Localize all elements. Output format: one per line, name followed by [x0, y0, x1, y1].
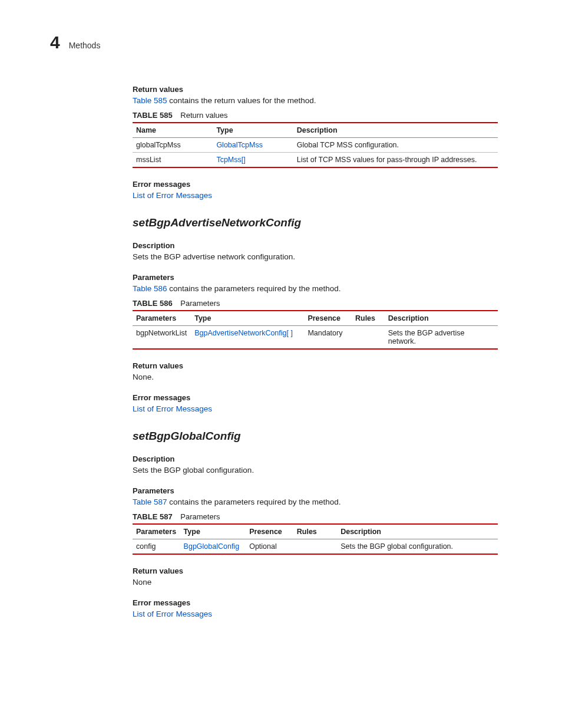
col-parameters: Parameters — [133, 524, 180, 539]
parameters-intro: Table 586 contains the parameters requir… — [133, 284, 498, 293]
table-row: bgpNetworkList BgpAdvertiseNetworkConfig… — [133, 326, 498, 350]
table-585-caption: TABLE 585 Return values — [133, 111, 498, 120]
col-description: Description — [337, 524, 498, 539]
table-587-link[interactable]: Table 587 — [133, 498, 167, 506]
table-row: mssList TcpMss[] List of TCP MSS values … — [133, 153, 498, 168]
parameters-intro-rest: contains the parameters required by the … — [167, 284, 341, 293]
table-585-title: Return values — [180, 111, 227, 120]
table-585-link[interactable]: Table 585 — [133, 96, 167, 105]
type-link[interactable]: BgpAdvertiseNetworkConfig[ ] — [194, 329, 293, 337]
return-values-heading: Return values — [133, 566, 498, 575]
return-values-text: None — [133, 578, 498, 587]
return-values-text: None. — [133, 373, 498, 381]
parameters-intro: Table 587 contains the parameters requir… — [133, 498, 498, 506]
table-586-label: TABLE 586 — [133, 299, 173, 308]
col-description: Description — [385, 311, 498, 326]
method-title-setbgpadvertise: setBgpAdvertiseNetworkConfig — [133, 216, 498, 229]
cell-desc: List of TCP MSS values for pass-through … — [293, 153, 498, 168]
type-link[interactable]: TcpMss[] — [216, 156, 245, 164]
col-parameters: Parameters — [133, 311, 191, 326]
table-585: Name Type Description globalTcpMss Globa… — [133, 122, 498, 168]
col-description: Description — [293, 123, 498, 138]
parameters-heading: Parameters — [133, 273, 498, 282]
description-text: Sets the BGP advertise network configura… — [133, 252, 498, 261]
table-587-label: TABLE 587 — [133, 512, 173, 521]
chapter-title: Methods — [69, 41, 101, 50]
chapter-number: 4 — [50, 32, 60, 52]
description-heading: Description — [133, 241, 498, 250]
cell-presence: Optional — [246, 539, 293, 555]
parameters-heading: Parameters — [133, 486, 498, 495]
cell-rules — [293, 539, 337, 555]
cell-desc: Global TCP MSS configuration. — [293, 138, 498, 153]
error-messages-link[interactable]: List of Error Messages — [133, 191, 212, 200]
col-rules: Rules — [352, 311, 385, 326]
col-type: Type — [180, 524, 246, 539]
description-text: Sets the BGP global configuration. — [133, 466, 498, 475]
table-587: Parameters Type Presence Rules Descripti… — [133, 523, 498, 555]
table-586-link[interactable]: Table 586 — [133, 284, 167, 293]
type-link[interactable]: BgpGlobalConfig — [184, 542, 240, 551]
parameters-intro-rest: contains the parameters required by the … — [167, 498, 341, 506]
return-values-intro-rest: contains the return values for the metho… — [167, 96, 316, 105]
cell-param: bgpNetworkList — [133, 326, 191, 350]
cell-param: config — [133, 539, 180, 555]
table-585-label: TABLE 585 — [133, 111, 173, 120]
method-title-setbgpglobal: setBgpGlobalConfig — [133, 430, 498, 443]
error-messages-link[interactable]: List of Error Messages — [133, 404, 212, 413]
col-type: Type — [213, 123, 293, 138]
table-586-title: Parameters — [180, 299, 220, 308]
error-messages-heading: Error messages — [133, 180, 498, 189]
table-row: globalTcpMss GlobalTcpMss Global TCP MSS… — [133, 138, 498, 153]
cell-desc: Sets the BGP global configuration. — [337, 539, 498, 555]
col-presence: Presence — [304, 311, 352, 326]
table-row: config BgpGlobalConfig Optional Sets the… — [133, 539, 498, 555]
cell-presence: Mandatory — [304, 326, 352, 350]
col-rules: Rules — [293, 524, 337, 539]
return-values-heading: Return values — [133, 85, 498, 94]
cell-name: globalTcpMss — [133, 138, 213, 153]
table-587-title: Parameters — [180, 512, 220, 521]
error-messages-heading: Error messages — [133, 393, 498, 402]
type-link[interactable]: GlobalTcpMss — [216, 141, 263, 149]
error-messages-link[interactable]: List of Error Messages — [133, 610, 212, 618]
col-presence: Presence — [246, 524, 293, 539]
table-586: Parameters Type Presence Rules Descripti… — [133, 310, 498, 350]
cell-desc: Sets the BGP advertise network. — [385, 326, 498, 350]
col-name: Name — [133, 123, 213, 138]
error-messages-heading: Error messages — [133, 598, 498, 607]
running-header: 4 Methods — [50, 32, 512, 52]
cell-rules — [352, 326, 385, 350]
return-values-intro: Table 585 contains the return values for… — [133, 96, 498, 105]
table-586-caption: TABLE 586 Parameters — [133, 299, 498, 308]
return-values-heading: Return values — [133, 361, 498, 370]
table-587-caption: TABLE 587 Parameters — [133, 512, 498, 521]
description-heading: Description — [133, 454, 498, 463]
cell-name: mssList — [133, 153, 213, 168]
col-type: Type — [191, 311, 304, 326]
